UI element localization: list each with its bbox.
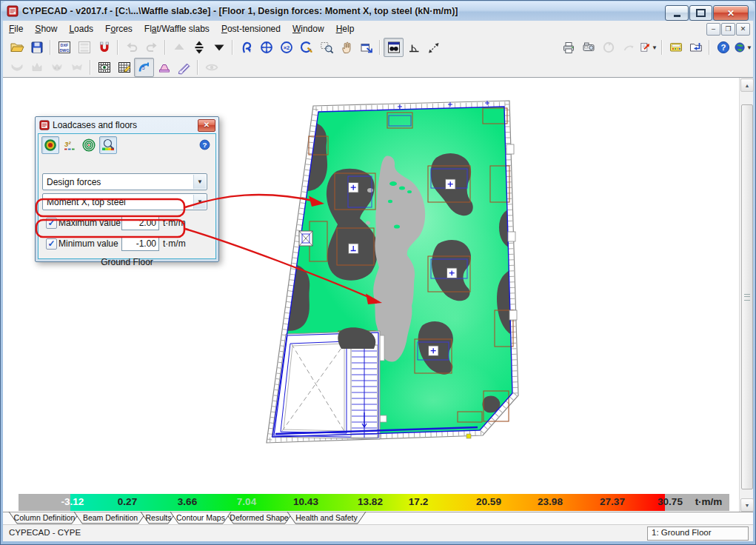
web-icon[interactable]: ▼ (733, 38, 753, 57)
dome-icon[interactable] (154, 58, 174, 77)
menu-post-tensioned[interactable]: Post-tensioned (215, 21, 287, 36)
tab-column-definition[interactable]: Column Definition (9, 512, 80, 524)
restore-button[interactable] (689, 5, 712, 21)
print-icon[interactable] (558, 38, 578, 57)
menu-show[interactable]: Show (29, 21, 63, 36)
scale-tick-label: 7.04 (237, 496, 256, 507)
dialog-body: 3² ? Design forces ▼ Moment X, top steel… (38, 133, 216, 259)
redo-icon (141, 38, 161, 57)
floor-down-icon[interactable] (209, 38, 229, 57)
main-toolbar: DXFDWG×2▼?▼ (3, 37, 753, 58)
scroll-thumb[interactable] (741, 104, 753, 489)
floor-indicator[interactable]: 1: Ground Floor (647, 526, 749, 541)
svg-text:DXF: DXF (60, 43, 68, 47)
tab-results[interactable]: Results (141, 512, 176, 524)
maximum-value-row: Maximum value 2.00 t·m/m (39, 215, 215, 230)
svg-text:3²: 3² (64, 140, 71, 148)
menu-forces[interactable]: Forces (99, 21, 138, 36)
window-title: CYPECAD - v2017.f - [C:\...\Waffle slab.… (22, 6, 458, 16)
paws-tool-icon (47, 58, 67, 77)
menu-window[interactable]: Window (287, 21, 330, 36)
waffle-view-icon[interactable] (94, 58, 114, 77)
help-icon[interactable]: ? (713, 38, 733, 57)
mdi-minimize-button[interactable]: ‒ (706, 23, 720, 36)
vertical-scrollbar[interactable]: ▲ ▼ (739, 78, 753, 512)
tab-health-and-safety[interactable]: Health and Safety (287, 512, 366, 524)
force-component-combobox[interactable]: Moment X, top steel ▼ (42, 193, 207, 210)
zoom-all-icon[interactable] (256, 38, 276, 57)
ortho-icon[interactable] (404, 38, 424, 57)
waffle-edit-icon[interactable] (114, 58, 134, 77)
scale-preview-icon[interactable] (99, 136, 117, 154)
magnet-icon[interactable] (94, 38, 114, 57)
svg-text:?: ? (720, 43, 726, 52)
open-folder-icon[interactable] (7, 38, 27, 57)
floor-up-icon (169, 38, 189, 57)
toolbar-separator (50, 40, 51, 55)
flat-waffle-slab-toolbar: 5 (3, 58, 753, 78)
scale-tick-label: 27.37 (600, 496, 625, 507)
bat-tool-icon (67, 58, 87, 77)
minimum-value-checkbox[interactable] (46, 238, 57, 250)
scale-tick-label: 30.75 (658, 496, 683, 507)
chevron-down-icon[interactable]: ▼ (193, 195, 206, 209)
maximum-value-checkbox[interactable] (46, 218, 57, 229)
redraw-icon[interactable] (236, 38, 256, 57)
isolines-icon[interactable] (80, 136, 98, 154)
dxf-layers-icon (74, 38, 94, 57)
zoom-window-icon[interactable] (316, 38, 336, 57)
folder-return-icon[interactable] (686, 38, 706, 57)
mdi-close-button[interactable]: ✕ (736, 23, 750, 36)
contour-fill-icon[interactable] (41, 136, 59, 154)
measure-icon[interactable] (424, 38, 444, 57)
menu-file[interactable]: File (3, 21, 29, 36)
dialog-titlebar[interactable]: Loadcases and floors ✕ (36, 117, 218, 133)
dropdown-caret-icon[interactable]: ▼ (746, 44, 752, 51)
minimize-button[interactable] (665, 5, 689, 21)
view-tabs-bar: Column DefinitionBeam DefinitionResultsD… (3, 512, 753, 524)
report-config-icon[interactable] (666, 38, 686, 57)
menu-help[interactable]: Help (330, 21, 361, 36)
menu-bar: FileShowLoadsForcesFlat/Waffle slabsPost… (3, 21, 753, 38)
rebar-icon[interactable]: 5 (134, 58, 154, 77)
dialog-title: Loadcases and floors (53, 120, 137, 130)
scroll-grip-icon (744, 294, 750, 301)
dropdown-caret-icon[interactable]: ▼ (652, 44, 658, 51)
status-bar: CYPECAD - CYPE 1: Ground Floor (3, 524, 753, 541)
current-floor-label: Ground Floor (39, 257, 215, 267)
scroll-up-button[interactable]: ▲ (740, 78, 754, 92)
isovalues-icon[interactable]: 3² (61, 136, 78, 154)
result-type-combobox[interactable]: Design forces ▼ (42, 173, 207, 190)
pan-icon[interactable] (336, 38, 356, 57)
link-b-icon (618, 38, 638, 57)
close-icon: ✕ (727, 9, 735, 18)
orbit-edit-icon[interactable] (296, 38, 316, 57)
tab-contour-maps[interactable]: Contour Maps (170, 512, 231, 524)
close-button[interactable]: ✕ (713, 5, 749, 21)
tab-deformed-shape[interactable]: Deformed Shape (225, 512, 293, 524)
zoom-x2-icon[interactable]: ×2 (276, 38, 296, 57)
section-pencil-icon[interactable] (174, 58, 194, 77)
minimum-value-input[interactable]: -1.00 (121, 237, 159, 251)
dxf-import-icon[interactable]: DXFDWG (54, 38, 74, 57)
crown-tool-icon (27, 58, 47, 77)
dialog-help-button[interactable]: ? (198, 138, 211, 151)
binoculars-icon[interactable] (384, 38, 404, 57)
scale-tick-label: 20.59 (476, 496, 501, 507)
menu-flat-waffle-slabs[interactable]: Flat/Waffle slabs (138, 21, 215, 36)
floor-updown-icon[interactable] (189, 38, 209, 57)
plotter-icon[interactable] (578, 38, 598, 57)
export-icon[interactable]: ▼ (638, 38, 658, 57)
tab-beam-definition[interactable]: Beam Definition (74, 512, 147, 524)
dialog-close-button[interactable]: ✕ (198, 119, 215, 132)
scale-tick-label: 10.43 (293, 496, 318, 507)
svg-text:Results: Results (145, 513, 171, 522)
maximum-value-input[interactable]: 2.00 (121, 216, 159, 230)
prev-window-icon[interactable] (356, 38, 376, 57)
chevron-down-icon[interactable]: ▼ (193, 175, 206, 189)
mdi-restore-button[interactable]: ❐ (721, 23, 735, 36)
save-icon[interactable] (27, 38, 47, 57)
scroll-down-button[interactable]: ▼ (740, 498, 754, 512)
menu-loads[interactable]: Loads (63, 21, 99, 36)
toolbar-separator (709, 40, 710, 55)
